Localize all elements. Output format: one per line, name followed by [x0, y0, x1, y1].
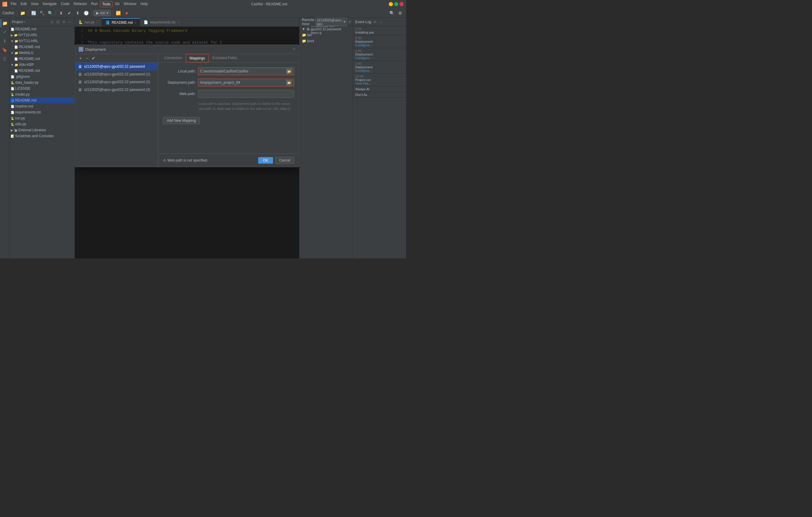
project-sort-btn[interactable]: ⊞ [56, 20, 60, 24]
toolbar-inspect-btn[interactable]: 🔍 [47, 9, 54, 17]
remote-host-selector[interactable]: s2110025@vpcc-gpu ▾ [316, 18, 347, 26]
minimize-button[interactable]: ─ [389, 2, 393, 6]
toolbar-push-btn[interactable]: ⬆ [74, 9, 81, 17]
add-mapping-btn[interactable]: Add New Mapping [163, 117, 200, 124]
toolbar-stop-btn[interactable]: ■ [123, 9, 130, 17]
tree-item-readme-lower[interactable]: 📄 readme.md [9, 103, 75, 109]
tree-item-utils[interactable]: 🐍 utils.py [9, 121, 75, 127]
local-path-input[interactable]: C:/work/model/CasRel/CasRel 📂 [198, 67, 294, 75]
remote-item-boot[interactable]: 📁 boot [299, 38, 353, 44]
menu-view[interactable]: View [29, 1, 40, 7]
menu-navigate[interactable]: Navigate [41, 1, 58, 7]
deployment-path-input[interactable]: /tmp/pycharm_project_84 📂 [198, 79, 294, 86]
event-log-minimize-btn[interactable]: — [378, 20, 383, 24]
server-item-1[interactable]: 🖥 s2110025@vpcc-gpu032:22 password (1) [75, 71, 158, 78]
tab-requirements[interactable]: 📄 requirements.txt × [140, 18, 183, 26]
event-log-settings-btn[interactable]: ⚙ [373, 20, 377, 24]
dialog-check-btn[interactable]: ✔ [90, 55, 96, 61]
project-settings-btn[interactable]: ⚙ [61, 20, 66, 24]
toolbar-git-btn[interactable]: ⬇ [58, 9, 65, 17]
local-path-browse-btn[interactable]: 📂 [286, 68, 292, 74]
tree-item-nyt11[interactable]: ▼ 📁 NYT11-HRL [9, 38, 75, 44]
tree-item-readme-main[interactable]: 📘 README.md [9, 98, 75, 103]
menu-edit[interactable]: Edit [19, 1, 28, 7]
menu-run[interactable]: Run [89, 1, 99, 7]
toolbar-rerun-btn[interactable]: 🔁 [115, 9, 122, 17]
maximize-button[interactable]: □ [394, 2, 398, 6]
event-item-4[interactable]: 10:58 Project cor View File... [353, 74, 406, 86]
menu-file[interactable]: File [9, 1, 18, 7]
activity-project[interactable]: 📁 [1, 19, 9, 27]
dialog-tab-excluded[interactable]: Excluded Paths [209, 54, 241, 62]
event-item-1[interactable]: 2:40 Deployment Configure... [353, 35, 406, 48]
tab-runpy[interactable]: 🐍 run.py × [75, 18, 102, 26]
menu-window[interactable]: Window [122, 1, 138, 7]
tree-item-readme[interactable]: 📄 README.md [9, 26, 75, 32]
toolbar-open-btn[interactable]: 📁 [19, 9, 26, 17]
remote-file-tree: ▼ 🖥 s2110025@vpcc-gpu032:22 password (vp… [299, 26, 353, 258]
dialog-add-server-btn[interactable]: + [78, 55, 83, 61]
deployment-path-browse-btn[interactable]: 📂 [286, 80, 292, 85]
tree-item-wiki[interactable]: ▼ 📁 Wiki-KBP [9, 62, 75, 68]
tree-item-license[interactable]: 📄 LICENSE [9, 85, 75, 91]
tree-item-dataloader[interactable]: 🐍 data_loader.py [9, 80, 75, 85]
tree-item-nyt10[interactable]: ▶ 📁 NYT10-HRL [9, 32, 75, 38]
tree-item-requirements[interactable]: 📄 requirements.txt [9, 109, 75, 115]
menu-refactor[interactable]: Refactor [72, 1, 89, 7]
remote-server-root[interactable]: ▼ 🖥 s2110025@vpcc-gpu032:22 password (vp… [299, 26, 353, 32]
toolbar-commit-btn[interactable]: ✔ [66, 9, 73, 17]
server-item-2[interactable]: 🖥 s2110025@vpcc-gpu032:22 password (2) [75, 78, 158, 86]
menu-git[interactable]: Git [113, 1, 121, 7]
event-item-5[interactable]: Always At [353, 86, 406, 92]
toolbar-build-btn[interactable]: 🔨 [38, 9, 46, 17]
menu-code[interactable]: Code [59, 1, 71, 7]
project-close-btn[interactable]: — [67, 20, 72, 24]
tree-item-runpy[interactable]: 🐍 run.py [9, 115, 75, 121]
event-link-2[interactable]: Configure... [355, 56, 404, 60]
dialog-tab-mappings[interactable]: Mappings [186, 54, 209, 62]
close-button[interactable]: × [400, 2, 404, 6]
dialog-close-btn[interactable]: × [293, 47, 295, 52]
dialog-tab-connection[interactable]: Connection [161, 54, 186, 62]
event-link-1[interactable]: Configure... [355, 43, 404, 47]
tab-readme-close[interactable]: × [135, 21, 137, 24]
activity-structure[interactable]: ☰ [1, 55, 9, 63]
server-item-0[interactable]: 🖥 s2110025@vpcc-gpu032:22 password [75, 63, 158, 71]
tree-item-model[interactable]: 🐍 model.py [9, 91, 75, 98]
event-item-2[interactable]: 2:40 Deployment Configure... [353, 48, 406, 61]
toolbar-sync-btn[interactable]: 🔄 [30, 9, 37, 17]
activity-pullrequest[interactable]: ⬇ [1, 37, 9, 45]
web-path-input[interactable] [198, 90, 294, 98]
dialog-cancel-btn[interactable]: Cancel [276, 157, 294, 164]
tree-item-scratches[interactable]: 📝 Scratches and Consoles [9, 133, 75, 139]
menu-help[interactable]: Help [139, 1, 150, 7]
activity-bookmark[interactable]: 🔖 [1, 46, 9, 54]
remote-host-dropdown: ▾ [344, 20, 345, 24]
run-button[interactable]: ▶ run ▾ [93, 10, 111, 16]
project-collapse-btn[interactable]: ⊟ [50, 20, 54, 24]
tree-item-nyt11-readme[interactable]: 📄 README.md [9, 44, 75, 50]
activity-commit[interactable]: ✔ [1, 28, 9, 36]
tree-item-webnlg[interactable]: ▼ 📁 WebNLG [9, 50, 75, 56]
tree-item-external[interactable]: ▶ 📚 External Libraries [9, 127, 75, 133]
tree-item-wiki-readme[interactable]: 📄 README.md [9, 68, 75, 74]
server-item-3[interactable]: 🖥 s2110025@vpcc-gpu032:22 password (3) [75, 86, 158, 93]
event-item-0[interactable]: 2:35 Installing pac [353, 26, 406, 35]
toolbar-search-btn[interactable]: 🔍 [388, 9, 395, 17]
toolbar-settings-btn[interactable]: ⚙ [397, 9, 404, 17]
dialog-ok-btn[interactable]: OK [258, 157, 273, 164]
menu-tools[interactable]: Tools [100, 1, 113, 7]
tab-runpy-close[interactable]: × [96, 21, 98, 24]
tab-requirements-close[interactable]: × [177, 21, 179, 24]
remote-settings-btn[interactable]: ⚙ [348, 20, 351, 24]
event-link-4[interactable]: View File... [355, 82, 404, 85]
event-item-3[interactable]: 2:40 Deployment Configure... [353, 61, 406, 74]
dialog-remove-server-btn[interactable]: − [84, 55, 90, 61]
tab-readme[interactable]: 📘 README.md × [102, 18, 140, 26]
event-link-3[interactable]: Configure... [355, 69, 404, 73]
tree-item-gitignore[interactable]: 📄 .gitignore [9, 74, 75, 80]
editor-content[interactable]: 1 ## A Novel Cascade Binary Tagging Fram… [75, 27, 299, 258]
event-item-6[interactable]: Don't As [353, 92, 406, 98]
toolbar-history-btn[interactable]: 🕐 [83, 9, 90, 17]
tree-item-webnlg-readme[interactable]: 📄 README.md [9, 56, 75, 62]
